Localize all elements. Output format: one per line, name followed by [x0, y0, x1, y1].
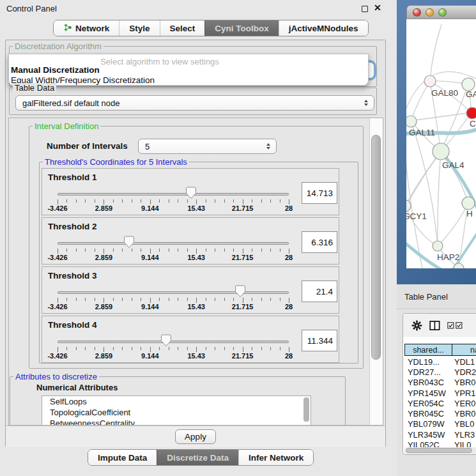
list-scrollbar-thumb[interactable]: [303, 397, 309, 422]
slider-tick-label: 28: [285, 204, 293, 212]
table-data-combobox[interactable]: galFiltered.sif default node: [15, 95, 374, 111]
number-of-intervals-combobox[interactable]: 5: [138, 139, 277, 154]
slider-tick-label: 9.144: [141, 303, 159, 311]
slider-tick: [252, 249, 252, 252]
slider-tick: [270, 347, 271, 350]
table-row[interactable]: YDL19...YDL1: [404, 357, 476, 367]
table-row[interactable]: YER054CYER0: [404, 398, 476, 408]
network-canvas[interactable]: GAL80GACGAL11GAL4GCY1HHAP2: [406, 19, 476, 268]
checkbox-icon[interactable]: [447, 322, 454, 329]
column-header-shared-name[interactable]: shared...: [405, 344, 452, 355]
apply-button[interactable]: Apply: [175, 429, 216, 444]
tab-label: Cyni Toolbox: [215, 24, 269, 33]
network-node-gcy1[interactable]: [406, 200, 411, 211]
split-columns-icon[interactable]: [429, 320, 440, 331]
slider-track[interactable]: [58, 193, 289, 196]
slider-track[interactable]: [58, 341, 289, 343]
table-hscrollbar-thumb[interactable]: [406, 448, 472, 453]
tab-jactivemnodules[interactable]: jActiveMNodules: [279, 20, 368, 36]
slider-tick: [252, 347, 252, 350]
network-edge[interactable]: [411, 81, 430, 121]
slider-tick: [104, 199, 104, 204]
tab-network[interactable]: Network: [54, 20, 119, 36]
gear-icon[interactable]: [411, 320, 422, 331]
spinner-arrows-icon[interactable]: [266, 143, 270, 150]
table-row[interactable]: YBR045CYBR0: [404, 408, 476, 418]
network-edge[interactable]: [441, 151, 468, 203]
slider-tick-label: 9.144: [141, 254, 159, 261]
tab-infer-network[interactable]: Infer Network: [238, 450, 313, 465]
threshold-value-field[interactable]: 14.713: [302, 182, 337, 204]
algorithm-option[interactable]: Manual Discretization: [11, 65, 100, 75]
network-edge[interactable]: [406, 151, 441, 206]
table-row[interactable]: YBR043CYBR0: [404, 378, 476, 388]
slider-tick-label: 9.144: [141, 352, 159, 360]
slider-tick: [113, 199, 114, 203]
slider-tick: [178, 298, 178, 301]
slider-thumb[interactable]: [185, 187, 197, 199]
slider-tick: [95, 298, 95, 301]
tab-select[interactable]: Select: [160, 20, 205, 36]
table-cell: YBL0: [452, 419, 474, 429]
slider-tick: [76, 199, 77, 203]
network-node-gal80[interactable]: [424, 75, 436, 87]
threshold-value-field[interactable]: 11.344: [302, 330, 337, 351]
table-row[interactable]: YIL052CYIL0: [404, 440, 476, 447]
network-node-c[interactable]: [466, 107, 476, 119]
network-node-hap2[interactable]: [433, 241, 443, 251]
tab-style[interactable]: Style: [119, 20, 159, 36]
spinner-arrows-icon[interactable]: [364, 100, 368, 106]
table-row[interactable]: YPR145WYPR1: [404, 388, 476, 398]
tab-label: Infer Network: [249, 453, 303, 463]
mac-minimize-icon[interactable]: [426, 8, 434, 17]
attribute-list-item[interactable]: BetweennessCentrality: [42, 418, 311, 426]
network-node-ga[interactable]: [462, 78, 475, 91]
network-node-gal11[interactable]: [406, 116, 417, 127]
slider-tick: [85, 298, 86, 301]
tab-cyni-toolbox[interactable]: Cyni Toolbox: [204, 20, 279, 36]
network-node-label: GA: [466, 89, 476, 99]
node-table: shared... na YDL19...YDL1YDR27...YDR2YBR…: [403, 313, 476, 455]
slider-tick-label: 21.715: [232, 352, 254, 360]
mac-close-icon[interactable]: [413, 8, 421, 17]
attribute-list-item[interactable]: TopologicalCoefficient: [42, 407, 311, 418]
table-row[interactable]: YBL079WYBL0: [404, 419, 476, 429]
close-icon[interactable]: ✕: [374, 3, 381, 13]
panel-scrollbar-thumb[interactable]: [371, 135, 381, 360]
network-node-h[interactable]: [462, 197, 475, 210]
slider-tick-label: 9.144: [141, 204, 159, 212]
network-node[interactable]: [454, 263, 464, 268]
slider-track[interactable]: [58, 242, 289, 245]
table-hscrollbar-track[interactable]: [404, 447, 476, 454]
checkbox-icon[interactable]: [456, 322, 463, 329]
slider-tick: [66, 199, 67, 203]
table-row[interactable]: YDR27...YDR2: [404, 367, 476, 377]
slider-thumb[interactable]: [123, 236, 135, 249]
bottom-tab-bar: Impute DataDiscretize DataInfer Network: [88, 449, 314, 466]
slider-tick: [113, 298, 114, 301]
attribute-list-item[interactable]: SelfLoops: [42, 396, 311, 407]
threshold-value-field[interactable]: 6.316: [302, 231, 337, 253]
tab-impute-data[interactable]: Impute Data: [88, 450, 157, 465]
column-header-name[interactable]: na: [452, 344, 476, 355]
slider-tick: [196, 347, 197, 352]
tab-discretize-data[interactable]: Discretize Data: [157, 450, 238, 465]
slider-tick: [95, 347, 95, 350]
table-cell: YLR3: [452, 430, 475, 440]
network-edge[interactable]: [438, 203, 468, 246]
threshold-value-field[interactable]: 21.4: [302, 280, 337, 302]
table-row[interactable]: YLR345WYLR3: [404, 429, 476, 440]
slider-tick-label: -3.426: [47, 352, 67, 360]
slider-tick: [85, 199, 86, 203]
slider-thumb[interactable]: [234, 285, 246, 298]
network-node-gal4[interactable]: [433, 143, 449, 160]
slider-tick: [150, 199, 151, 204]
float-window-icon[interactable]: [362, 6, 368, 12]
network-edge[interactable]: [438, 151, 441, 246]
slider-thumb[interactable]: [160, 334, 172, 347]
mac-zoom-icon[interactable]: [438, 8, 447, 17]
slider-track[interactable]: [58, 291, 289, 294]
numerical-attributes-list[interactable]: SelfLoopsTopologicalCoefficientBetweenne…: [42, 395, 311, 426]
tab-label: Style: [129, 24, 150, 33]
network-edge[interactable]: [411, 112, 472, 121]
